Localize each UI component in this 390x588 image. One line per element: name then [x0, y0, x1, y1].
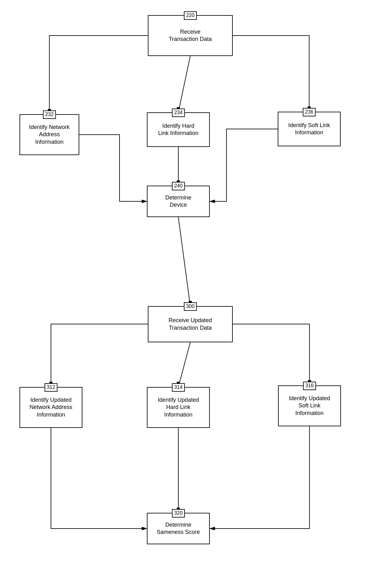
box-312-text: Identify UpdatedNetwork AddressInformati… [30, 396, 72, 418]
box-314-text: Identify UpdatedHard LinkInformation [158, 396, 199, 418]
box-220: 220 ReceiveTransaction Data [148, 15, 233, 56]
label-236: 236 [303, 108, 316, 116]
box-240: 240 DetermineDevice [147, 186, 210, 217]
svg-line-0 [178, 56, 190, 112]
box-320-text: DetermineSameness Score [157, 521, 200, 536]
box-234-text: Identify HardLink Information [158, 122, 198, 137]
label-300: 300 [184, 302, 197, 311]
label-234: 234 [172, 109, 185, 117]
box-220-text: ReceiveTransaction Data [169, 28, 212, 43]
label-220: 220 [184, 11, 197, 20]
box-300: 300 Receive UpdatedTransaction Data [148, 306, 233, 342]
box-320: 320 DetermineSameness Score [147, 513, 210, 544]
svg-marker-16 [142, 527, 147, 530]
label-320: 320 [172, 509, 185, 518]
svg-line-10 [178, 342, 190, 387]
box-232: 232 Identify NetworkAddressInformation [20, 114, 79, 155]
box-312: 312 Identify UpdatedNetwork AddressInfor… [20, 387, 82, 428]
box-240-text: DetermineDevice [165, 194, 191, 209]
svg-marker-7 [210, 200, 215, 203]
box-236-text: Identify Soft LinkInformation [288, 122, 330, 137]
arrows-layer [0, 0, 390, 588]
flowchart-diagram: 220 ReceiveTransaction Data 232 Identify… [0, 0, 390, 588]
svg-line-8 [178, 217, 190, 306]
box-232-text: Identify NetworkAddressInformation [29, 124, 70, 146]
label-316: 316 [303, 382, 316, 390]
box-234: 234 Identify HardLink Information [147, 112, 210, 147]
label-232: 232 [43, 110, 56, 119]
label-240: 240 [172, 182, 185, 190]
svg-marker-6 [142, 200, 147, 203]
label-314: 314 [172, 383, 185, 392]
label-312: 312 [45, 383, 58, 392]
box-300-text: Receive UpdatedTransaction Data [169, 317, 212, 332]
box-314: 314 Identify UpdatedHard LinkInformation [147, 387, 210, 428]
box-316-text: Identify UpdatedSoft LinkInformation [289, 395, 330, 417]
box-316: 316 Identify UpdatedSoft LinkInformation [278, 385, 341, 426]
svg-marker-17 [210, 527, 215, 530]
box-236: 236 Identify Soft LinkInformation [278, 112, 341, 146]
